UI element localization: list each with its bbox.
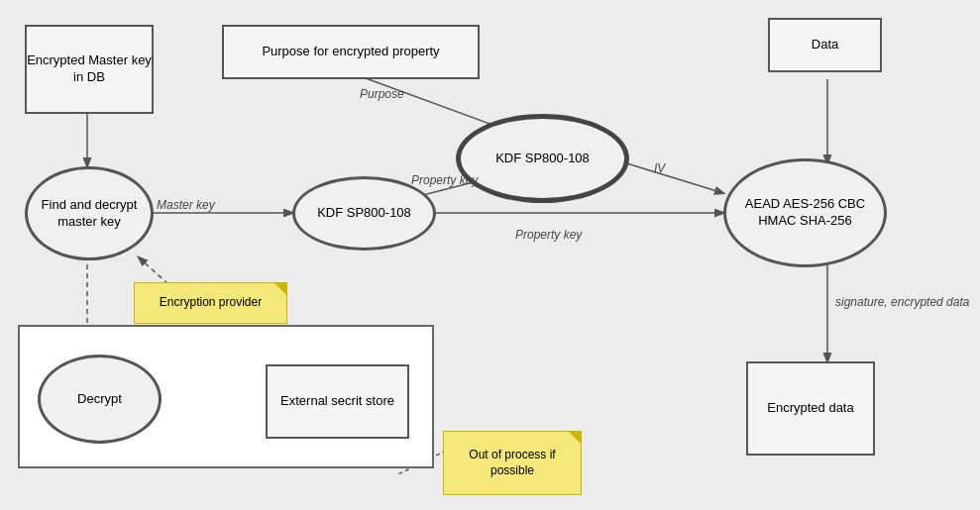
signature-encrypted-label: signature, encrypted data (835, 295, 969, 309)
purpose-label: Purpose (360, 87, 404, 101)
external-secret-store-node: External secrit store (266, 364, 409, 439)
iv-label: IV (654, 161, 665, 175)
property-key-top-label: Property key (411, 173, 478, 187)
diagram: Encrypted Master key in DB Purpose for e… (0, 0, 980, 510)
purpose-for-encrypted-node: Purpose for encrypted property (222, 25, 480, 79)
encrypted-master-key-node: Encrypted Master key in DB (25, 25, 154, 114)
find-decrypt-master-node: Find and decrypt master key (25, 166, 154, 260)
kdf-sp800-top-node: KDF SP800-108 (456, 114, 629, 203)
encrypted-data-node: Encrypted data (746, 361, 875, 456)
out-of-process-node: Out of process if possible (443, 431, 582, 495)
master-key-label: Master key (157, 198, 215, 212)
aead-aes-node: AEAD AES-256 CBC HMAC SHA-256 (723, 158, 887, 267)
encryption-provider-node: Encryption provider (134, 282, 287, 324)
kdf-sp800-bottom-node: KDF SP800-108 (292, 176, 436, 251)
data-input-node: Data (768, 18, 882, 72)
property-key-bottom-label: Property key (515, 228, 582, 242)
decrypt-node: Decrypt (38, 355, 162, 444)
